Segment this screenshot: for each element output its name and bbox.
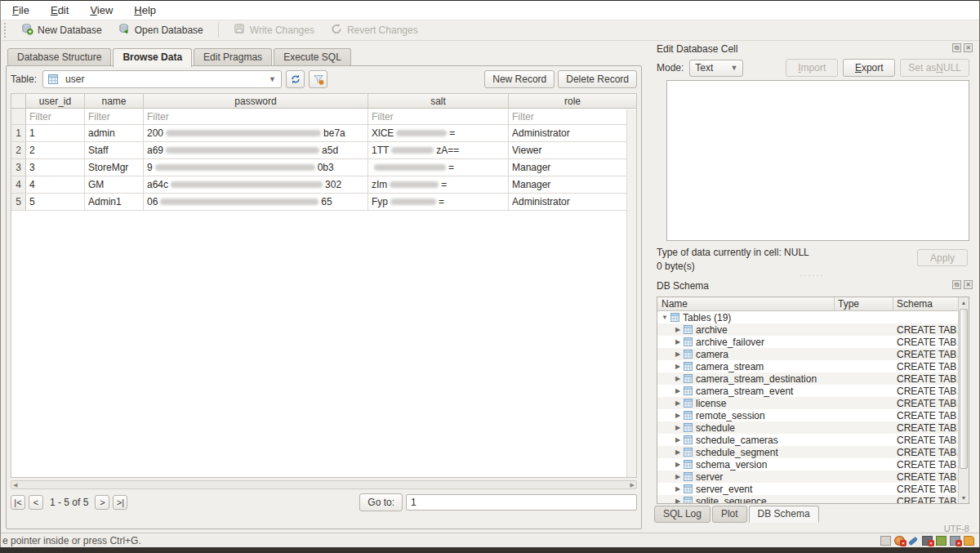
cell-salt[interactable]: 1TT zA== <box>368 142 509 158</box>
refresh-button[interactable] <box>286 70 305 88</box>
open-database-button[interactable]: Open Database <box>112 21 210 39</box>
cell-name[interactable]: Admin1 <box>85 194 144 210</box>
tree-item-table[interactable]: ▶ camera_stream_event CREATE TAB… <box>657 385 958 397</box>
collapsed-arrow-icon[interactable]: ▶ <box>674 436 682 444</box>
tree-item-table[interactable]: ▶ schedule CREATE TAB… <box>657 421 958 434</box>
scroll-right-arrow-icon[interactable]: ▶ <box>630 482 635 488</box>
filter-input-role[interactable] <box>509 109 636 124</box>
menu-view[interactable]: View <box>90 4 113 16</box>
tree-item-table[interactable]: ▶ license CREATE TAB… <box>657 397 958 409</box>
collapsed-arrow-icon[interactable]: ▶ <box>674 363 682 370</box>
close-panel-icon[interactable]: ✕ <box>964 280 973 289</box>
cell-salt[interactable]: zIm = <box>368 176 509 193</box>
cell-user-id[interactable]: 4 <box>26 176 85 193</box>
close-panel-icon[interactable]: ✕ <box>964 43 973 52</box>
collapsed-arrow-icon[interactable]: ▶ <box>674 338 682 346</box>
expanded-arrow-icon[interactable]: ▼ <box>661 314 669 321</box>
dock-tab-db-schema[interactable]: DB Schema <box>749 506 819 523</box>
clear-all-filters-button[interactable] <box>309 70 327 88</box>
row-number[interactable]: 1 <box>11 125 26 141</box>
cell-name[interactable]: Staff <box>85 142 144 158</box>
menu-file[interactable]: File <box>12 4 29 16</box>
key-icon[interactable] <box>908 536 919 546</box>
mode-select[interactable]: Text ▼ <box>689 60 743 77</box>
scroll-left-arrow-icon[interactable]: ◀ <box>13 482 17 488</box>
cell-password[interactable]: a69 a5d <box>144 142 368 158</box>
import-button[interactable]: Import <box>786 59 838 77</box>
table-select[interactable]: user ▼ <box>42 70 282 88</box>
collapsed-arrow-icon[interactable]: ▶ <box>674 387 682 395</box>
splitter-handle[interactable]: ······ <box>648 271 976 279</box>
cell-name[interactable]: StoreMgr <box>85 159 144 176</box>
image-viewer-icon[interactable] <box>880 536 891 546</box>
export-button[interactable]: Export <box>843 59 895 77</box>
collapsed-arrow-icon[interactable]: ▶ <box>674 399 682 407</box>
tree-item-table[interactable]: ▶ camera_stream CREATE TAB… <box>657 360 958 372</box>
save-error-icon[interactable]: × <box>922 536 933 546</box>
collapsed-arrow-icon[interactable]: ▶ <box>674 473 682 480</box>
cell-role[interactable]: Manager <box>509 176 636 193</box>
apply-button[interactable]: Apply <box>917 249 968 266</box>
cell-user-id[interactable]: 3 <box>26 159 85 176</box>
grid-horizontal-scrollbar[interactable]: ◀ ▶ <box>11 480 637 489</box>
cell-name[interactable]: admin <box>85 125 144 141</box>
tree-column-type[interactable]: Type <box>838 298 859 310</box>
filter-input-password[interactable] <box>144 109 368 124</box>
column-header-user-id[interactable]: user_id <box>26 94 85 108</box>
tree-item-table[interactable]: ▶ camera CREATE TAB… <box>657 348 958 360</box>
dock-tab-plot[interactable]: Plot <box>712 506 747 523</box>
tab-database-structure[interactable]: Database Structure <box>7 48 111 66</box>
tab-browse-data[interactable]: Browse Data <box>113 48 192 67</box>
cell-role[interactable]: Manager <box>509 159 636 176</box>
collapsed-arrow-icon[interactable]: ▶ <box>674 326 682 333</box>
collapsed-arrow-icon[interactable]: ▶ <box>674 461 682 468</box>
scroll-up-arrow-icon[interactable]: ▲ <box>959 297 969 308</box>
cell-role[interactable]: Viewer <box>509 142 636 158</box>
tree-item-table[interactable]: ▶ schema_version CREATE TAB… <box>657 458 958 470</box>
display-icon[interactable] <box>936 536 947 546</box>
cell-user-id[interactable]: 1 <box>26 125 85 141</box>
new-record-button[interactable]: New Record <box>484 70 555 88</box>
row-number[interactable]: 2 <box>11 142 26 158</box>
column-header-password[interactable]: password <box>144 94 368 108</box>
set-as-null-button[interactable]: Set as NULL <box>900 59 969 77</box>
filter-input-name[interactable] <box>85 109 143 124</box>
cell-editor-area[interactable] <box>666 80 969 241</box>
collapsed-arrow-icon[interactable]: ▶ <box>674 448 682 456</box>
tree-vertical-scrollbar[interactable]: ▲ ▼ <box>958 297 969 503</box>
tree-item-table[interactable]: ▶ archive CREATE TAB… <box>657 323 958 336</box>
alert-icon[interactable]: × <box>894 536 905 546</box>
tree-root-tables[interactable]: ▼ Tables (19) <box>657 311 958 323</box>
collapsed-arrow-icon[interactable]: ▶ <box>674 350 682 358</box>
collapsed-arrow-icon[interactable]: ▶ <box>674 485 682 493</box>
tree-item-table[interactable]: ▶ sqlite_sequence CREATE TAB… <box>657 495 958 504</box>
cell-password[interactable]: 200 be7a <box>144 125 368 141</box>
last-record-button[interactable]: >| <box>113 495 127 510</box>
cell-password[interactable]: 06 65 <box>144 194 368 210</box>
collapsed-arrow-icon[interactable]: ▶ <box>674 412 682 419</box>
cell-salt[interactable]: = <box>368 159 509 176</box>
write-changes-button[interactable]: Write Changes <box>227 21 321 39</box>
display-error-icon[interactable]: × <box>950 536 960 546</box>
tree-item-table[interactable]: ▶ camera_stream_destination CREATE TAB… <box>657 372 958 385</box>
collapsed-arrow-icon[interactable]: ▶ <box>674 424 682 431</box>
cell-user-id[interactable]: 5 <box>26 194 85 210</box>
menu-edit[interactable]: Edit <box>51 4 69 16</box>
tab-edit-pragmas[interactable]: Edit Pragmas <box>194 48 272 66</box>
cell-user-id[interactable]: 2 <box>26 142 85 158</box>
float-panel-icon[interactable]: ⧉ <box>952 43 961 52</box>
float-panel-icon[interactable]: ⧉ <box>952 280 961 289</box>
new-database-button[interactable]: New Database <box>15 21 109 39</box>
dock-tab-sql-log[interactable]: SQL Log <box>654 506 710 523</box>
scroll-down-arrow-icon[interactable]: ▼ <box>959 493 969 503</box>
collapsed-arrow-icon[interactable]: ▶ <box>674 375 682 382</box>
delete-record-button[interactable]: Delete Record <box>558 70 637 88</box>
cell-role[interactable]: Administrator <box>509 194 636 210</box>
column-header-name[interactable]: name <box>85 94 144 108</box>
row-number[interactable]: 3 <box>11 159 26 176</box>
tree-column-name[interactable]: Name <box>662 298 688 310</box>
tree-item-table[interactable]: ▶ server_event CREATE TAB… <box>657 483 958 495</box>
tree-item-table[interactable]: ▶ server CREATE TAB… <box>657 470 958 483</box>
cell-password[interactable]: a64c 302 <box>144 176 368 193</box>
column-header-role[interactable]: role <box>509 94 636 108</box>
